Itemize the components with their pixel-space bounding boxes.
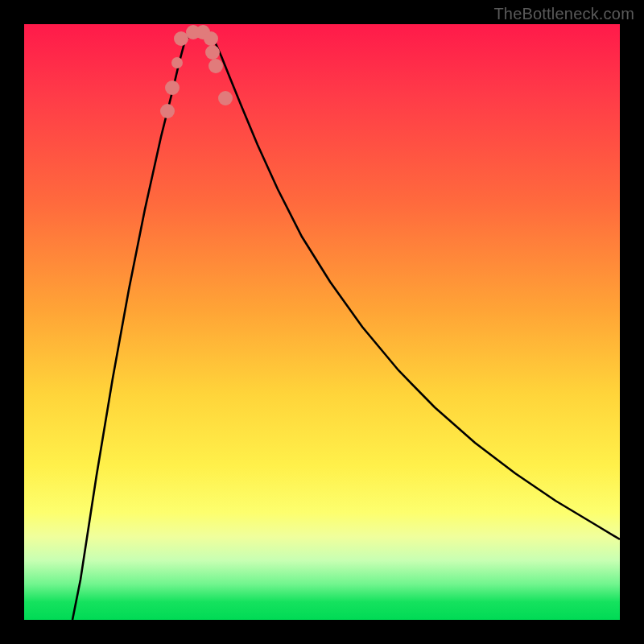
marker-dot [204,31,218,46]
right-curve [209,32,620,539]
marker-dot [205,45,220,60]
curve-group [72,32,620,620]
marker-dot [208,59,223,73]
marker-dot [160,104,175,118]
markers-group [160,25,233,118]
marker-dot [218,91,233,105]
marker-dot [165,80,180,95]
chart-plot-area [24,24,620,620]
chart-frame: TheBottleneck.com [0,0,644,644]
watermark-text: TheBottleneck.com [493,5,634,23]
marker-dot [171,57,183,68]
chart-svg [24,24,620,620]
left-curve [72,32,193,620]
